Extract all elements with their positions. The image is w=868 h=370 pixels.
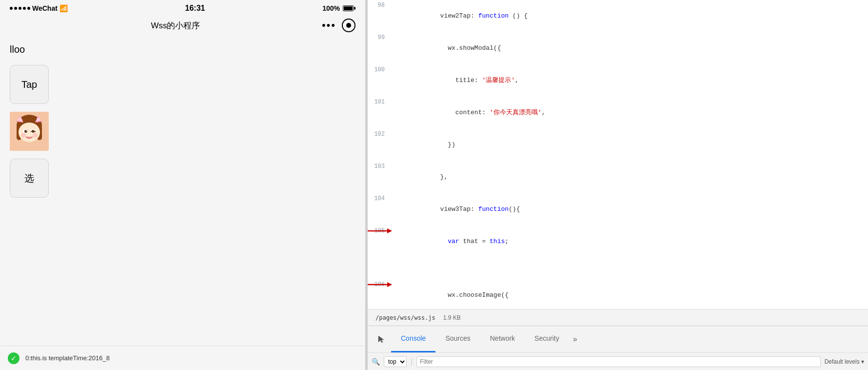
code-line: 103 }, (368, 161, 868, 193)
status-right: 100% (322, 4, 355, 12)
tab-console-label: Console (401, 334, 426, 342)
tab-security[interactable]: Security (525, 326, 569, 352)
svg-point-15 (21, 133, 26, 138)
code-line: 101 content: '你今天真漂亮哦', (368, 97, 868, 129)
file-path: /pages/wss/wss.js (375, 314, 435, 321)
record-button[interactable] (342, 19, 355, 32)
nav-bar: Wss的小程序 ••• (0, 17, 365, 36)
svg-point-11 (24, 130, 27, 133)
filter-divider: | (411, 357, 413, 366)
code-lines: 98 view2Tap: function () { 99 wx.showMod… (368, 0, 868, 309)
red-arrow-106 (368, 280, 392, 289)
tab-sources-label: Sources (445, 334, 470, 342)
phone-bottom-bar: ✓ 0:this.is templateTime:2016_8 (0, 346, 365, 370)
default-levels-selector[interactable]: Default levels ▾ (825, 358, 864, 365)
filter-input[interactable] (416, 356, 820, 367)
lloo-text: lloo (10, 44, 355, 55)
nav-more-button[interactable]: ••• (322, 19, 336, 32)
code-panel: 98 view2Tap: function () { 99 wx.showMod… (368, 0, 868, 370)
avatar (10, 112, 49, 151)
devtools-cursor-icon[interactable] (372, 326, 391, 352)
phone-simulator: WeChat 📶 16:31 100% Wss的小程序 ••• lloo (0, 0, 366, 370)
status-bar: WeChat 📶 16:31 100% (0, 0, 365, 17)
tap-button-label: Tap (21, 79, 37, 90)
battery-icon (343, 5, 355, 11)
file-size: 1.9 KB (443, 314, 461, 321)
code-line: 104 view3Tap: function(){ (368, 193, 868, 226)
devtools-tabs: Console Sources Network Security » (368, 326, 868, 352)
context-selector[interactable]: top (384, 356, 407, 367)
code-line: 98 view2Tap: function () { (368, 0, 868, 32)
tab-sources[interactable]: Sources (435, 326, 480, 352)
signal-dots (10, 7, 30, 10)
filter-search-icon: 🔍 (372, 358, 380, 366)
svg-point-13 (26, 130, 27, 131)
code-line: 99 wx.showModal({ (368, 32, 868, 64)
svg-marker-18 (387, 228, 392, 233)
select-button-label: 选 (24, 172, 34, 185)
filter-bar: 🔍 top | Default levels ▾ (368, 352, 868, 370)
code-footer: /pages/wss/wss.js 1.9 KB (368, 309, 868, 326)
status-time: 16:31 (185, 4, 205, 13)
battery-percent: 100% (322, 4, 340, 12)
phone-content: lloo Tap (0, 36, 365, 370)
tab-console[interactable]: Console (391, 326, 435, 352)
avatar-image (10, 112, 49, 151)
bottom-bar-text: 0:this.is templateTime:2016_8 (25, 354, 110, 362)
code-editor: 98 view2Tap: function () { 99 wx.showMod… (368, 0, 868, 309)
svg-marker-20 (387, 282, 392, 287)
svg-point-16 (33, 133, 38, 138)
tab-security-label: Security (534, 334, 559, 342)
status-left: WeChat 📶 (10, 4, 68, 12)
code-line: 105 var that = this; (368, 226, 868, 279)
tap-button[interactable]: Tap (10, 65, 49, 104)
select-button[interactable]: 选 (10, 159, 49, 198)
code-line: 106 wx.chooseImage({ (368, 279, 868, 309)
nav-title: Wss的小程序 (151, 20, 200, 31)
code-line: 100 title: '温馨提示', (368, 64, 868, 97)
code-line: 102 }) (368, 129, 868, 161)
wifi-icon: 📶 (59, 4, 68, 12)
tab-network-label: Network (490, 334, 515, 342)
status-indicator: ✓ (8, 352, 20, 364)
devtools-more-button[interactable]: » (569, 326, 581, 352)
carrier-label: WeChat (32, 4, 58, 12)
tab-network[interactable]: Network (480, 326, 525, 352)
red-arrow-105 (368, 226, 392, 235)
svg-point-8 (19, 123, 40, 142)
record-icon (346, 23, 351, 28)
cursor-svg (377, 335, 386, 344)
